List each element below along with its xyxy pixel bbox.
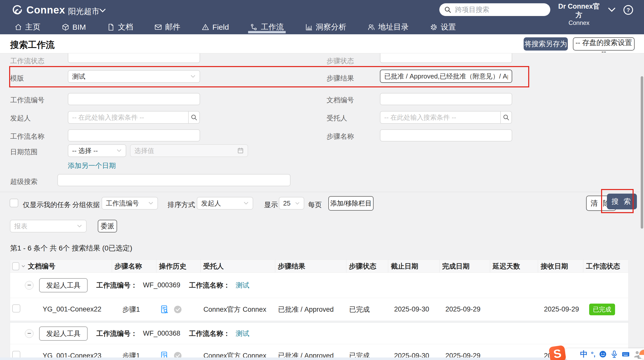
group-workflow-no: WF_000369 [143, 281, 180, 289]
step-result-input[interactable] [380, 70, 512, 83]
chinese-mode-icon[interactable]: 中 [580, 349, 588, 359]
template-label: 模版 [10, 74, 24, 83]
initiator-search-button[interactable] [188, 111, 200, 124]
chevron-down-icon [148, 201, 154, 205]
workflow-status-input[interactable] [68, 53, 200, 63]
group-workflow-no-label: 工作流编号： [96, 329, 137, 338]
row-checkbox[interactable] [12, 304, 20, 312]
col-header-step-result: 步骤结果 [275, 260, 346, 273]
date-range-select[interactable]: -- 选择 -- [68, 144, 126, 157]
add-remove-columns-button[interactable]: 添加/移除栏目 [328, 196, 374, 211]
initiator-tools-button[interactable]: 发起人工具 [39, 278, 88, 292]
nav-item-home[interactable]: 主页 [14, 20, 40, 34]
collapse-group-button[interactable]: − [25, 281, 34, 290]
table-row[interactable]: YG_001-Coneex22 步骤1 Connex官方 Connex 已批准 … [10, 298, 628, 321]
cell-assignee: Connex官方 Connex [200, 305, 275, 314]
step-status-label: 步骤状态 [327, 56, 354, 66]
search-button[interactable]: 搜 索 [607, 194, 637, 209]
page-title: 搜索工作流 [10, 39, 55, 51]
nav-item-insights[interactable]: 洞察分析 [305, 20, 346, 34]
svg-text:?: ? [626, 7, 630, 13]
punctuation-mode-icon[interactable]: °, [591, 350, 595, 358]
collapse-group-button[interactable]: − [25, 329, 34, 338]
user-name: Dr Connex官方 [555, 2, 603, 19]
saved-search-settings-button[interactable]: -- 存盘的搜索设置 -- [573, 37, 635, 51]
col-header-history: 操作历史 [156, 260, 200, 273]
nav-item-mail[interactable]: 邮件 [154, 20, 180, 34]
nav-item-settings[interactable]: 设置 [430, 20, 456, 34]
group-by-select[interactable]: 工作流编号 [102, 197, 158, 210]
group-workflow-no: WF_000368 [143, 330, 180, 337]
nav-item-directory[interactable]: 地址目录 [367, 20, 409, 34]
project-selector[interactable]: 阳光超市 [68, 6, 100, 17]
chevron-down-icon[interactable] [607, 7, 616, 13]
global-search-input[interactable] [455, 6, 546, 14]
global-search[interactable] [439, 3, 550, 16]
select-all-checkbox[interactable] [12, 262, 19, 270]
document-icon [107, 23, 115, 31]
workflow-name-label: 工作流名称 [10, 132, 44, 141]
scrollbar-thumb[interactable] [641, 76, 643, 229]
content-area: 工作流状态 步骤状态 模版 测试 步骤结果 工作流编号 文档编号 发起人 受托人… [0, 53, 644, 360]
group-row: − 发起人工具 工作流编号： WF_000368 工作流名称： 测试 [10, 323, 628, 344]
assignee-input[interactable] [380, 111, 501, 124]
step-status-input[interactable] [380, 53, 512, 63]
chevron-down-icon[interactable] [21, 265, 25, 268]
col-header-step-name: 步骤名称 [112, 260, 156, 273]
col-header-workflow-status: 工作流状态 [583, 260, 628, 273]
step-result-label: 步骤结果 [327, 74, 354, 83]
assignee-search-button[interactable] [500, 111, 512, 124]
delegate-button[interactable]: 委派 [98, 220, 117, 232]
mail-icon [154, 23, 162, 31]
microphone-icon[interactable] [610, 350, 618, 358]
ime-toolbar[interactable]: S 中 °, 11 [565, 348, 644, 360]
workflow-no-input[interactable] [68, 93, 200, 105]
workflow-name-link[interactable]: 测试 [236, 329, 249, 338]
results-table: 文档编号 步骤名称 操作历史 受托人 步骤结果 步骤状态 截止日期 完成日期 延… [10, 260, 629, 360]
assignee-label: 受托人 [327, 114, 347, 123]
keyboard-icon[interactable] [622, 350, 630, 358]
initiator-input[interactable] [68, 111, 189, 124]
group-by-label: 分组依据 [72, 200, 100, 209]
step-name-input[interactable] [380, 129, 512, 142]
doc-no-input[interactable] [380, 93, 512, 105]
workflow-status-badge: 已完成 [589, 304, 615, 315]
table-header-row: 文档编号 步骤名称 操作历史 受托人 步骤结果 步骤状态 截止日期 完成日期 延… [10, 260, 628, 273]
horizontal-scrollbar[interactable] [0, 357, 644, 360]
chevron-down-icon [77, 224, 82, 228]
nav-item-bim[interactable]: BIM [62, 20, 86, 34]
initiator-tools-button[interactable]: 发起人工具 [39, 326, 88, 341]
only-my-tasks-checkbox[interactable] [10, 199, 18, 207]
nav-item-workflow[interactable]: 工作流 [250, 20, 284, 34]
workflow-name-link[interactable]: 测试 [236, 281, 249, 290]
brand-row: Connex 阳光超市 Dr Connex官方 Connex ? [0, 0, 644, 20]
nav-item-docs[interactable]: 文档 [107, 20, 133, 34]
add-another-date-link[interactable]: 添加另一个日期 [68, 161, 116, 170]
group-row: − 发起人工具 工作流编号： WF_000369 工作流名称： 测试 [10, 273, 628, 298]
chevron-down-icon[interactable] [99, 8, 106, 13]
brand-name: Connex [26, 4, 65, 16]
chevron-down-icon [190, 75, 196, 78]
workflow-icon [250, 23, 258, 31]
group-separator [10, 321, 628, 323]
date-value-input[interactable]: 选择值 [130, 144, 248, 157]
user-org: Connex [555, 19, 603, 26]
workflow-name-input[interactable] [68, 129, 200, 142]
vertical-scrollbar[interactable] [640, 53, 644, 360]
user-menu[interactable]: Dr Connex官方 Connex [555, 2, 603, 26]
cube-icon [62, 23, 69, 31]
save-search-as-button[interactable]: 将搜索另存为 [524, 37, 568, 51]
workflow-no-label: 工作流编号 [10, 96, 44, 105]
sort-by-select[interactable]: 发起人 [197, 197, 253, 210]
report-select[interactable]: 报表 [10, 220, 87, 232]
help-icon[interactable]: ? [623, 4, 634, 15]
page-size-select[interactable]: 25 [279, 197, 304, 210]
action-history-icon[interactable] [160, 305, 169, 314]
super-search-label: 超级搜索 [10, 177, 38, 186]
template-select[interactable]: 测试 [68, 70, 200, 83]
emoji-icon[interactable] [599, 350, 607, 358]
sogou-logo-icon[interactable]: S [549, 345, 566, 360]
nav-item-field[interactable]: Field [202, 20, 229, 34]
super-search-input[interactable] [57, 174, 291, 186]
search-icon [503, 114, 510, 121]
